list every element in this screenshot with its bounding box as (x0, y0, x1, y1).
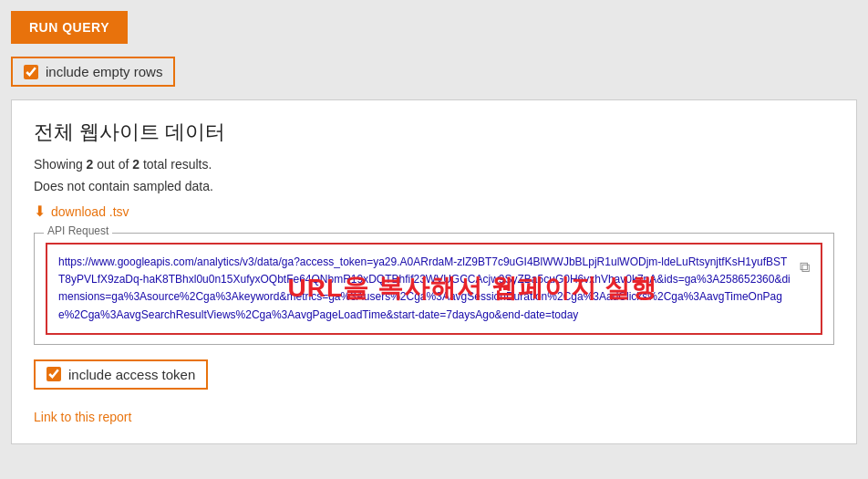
include-empty-rows-label[interactable]: include empty rows (46, 64, 162, 79)
showing-text: Showing 2 out of 2 total results. (34, 157, 834, 172)
download-tsv-link[interactable]: ⬇ download .tsv (34, 203, 129, 220)
include-access-token-checkbox[interactable] (46, 367, 61, 381)
panel-title: 전체 웹사이트 데이터 (34, 119, 834, 146)
download-icon: ⬇ (34, 203, 46, 220)
include-access-token-container: include access token (34, 359, 208, 390)
include-empty-rows-container: include empty rows (11, 57, 175, 87)
api-url-text[interactable]: https://www.googleapis.com/analytics/v3/… (58, 254, 792, 324)
sampled-data-text: Does not contain sampled data. (34, 179, 834, 193)
include-empty-rows-checkbox[interactable] (24, 65, 38, 79)
api-request-section: API Request https://www.googleapis.com/a… (34, 233, 834, 345)
include-access-token-label[interactable]: include access token (68, 367, 195, 382)
url-box: https://www.googleapis.com/analytics/v3/… (46, 243, 822, 335)
copy-icon[interactable]: ⧉ (800, 255, 810, 279)
download-label: download .tsv (51, 204, 129, 219)
api-request-label: API Request (44, 224, 112, 237)
run-query-button[interactable]: RUN QUERY (11, 11, 128, 44)
link-to-report[interactable]: Link to this report (34, 410, 131, 424)
main-panel: 전체 웹사이트 데이터 Showing 2 out of 2 total res… (11, 99, 857, 444)
